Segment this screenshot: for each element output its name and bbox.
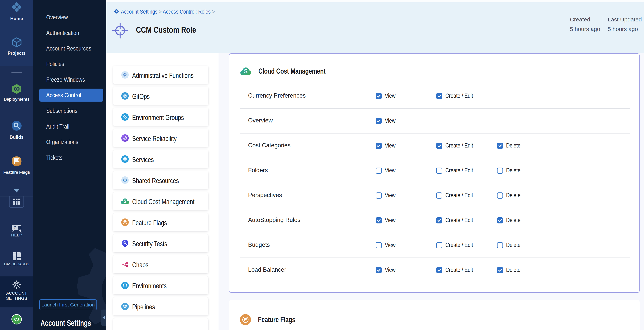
svg-text:$: $ [124,199,126,204]
svg-text:$: $ [244,68,247,75]
svg-text:?: ? [14,225,16,229]
